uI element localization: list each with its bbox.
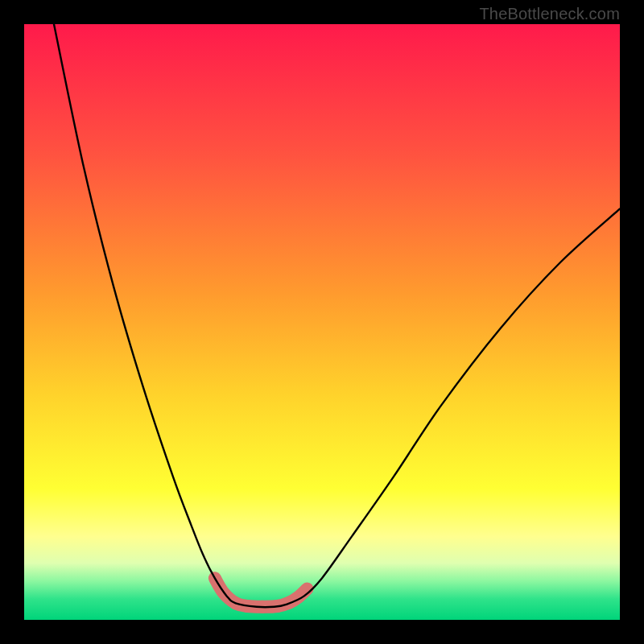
highlight-dot xyxy=(303,584,312,594)
bottleneck-curve xyxy=(54,24,620,607)
watermark-text: TheBottleneck.com xyxy=(479,5,620,23)
chart-frame: TheBottleneck.com xyxy=(0,0,644,644)
curve-layer xyxy=(24,24,620,620)
plot-area xyxy=(24,24,620,620)
